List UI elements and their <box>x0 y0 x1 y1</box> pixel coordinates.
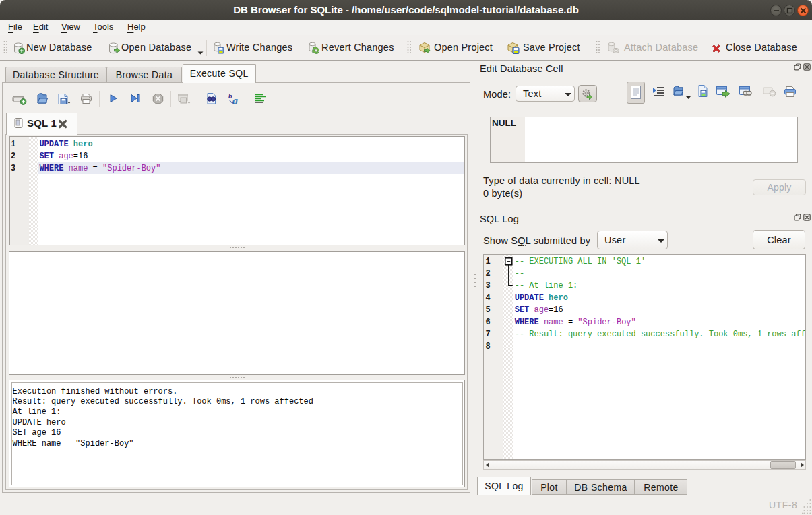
svg-text:a: a <box>232 95 238 106</box>
